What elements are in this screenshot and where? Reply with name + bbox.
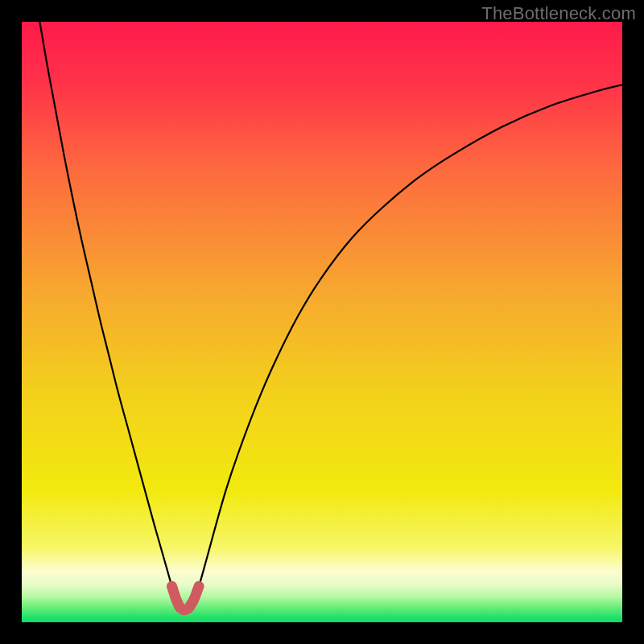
gradient-background [22,22,622,622]
chart-svg [22,22,622,622]
chart-frame: TheBottleneck.com [0,0,644,644]
plot-area [22,22,622,622]
